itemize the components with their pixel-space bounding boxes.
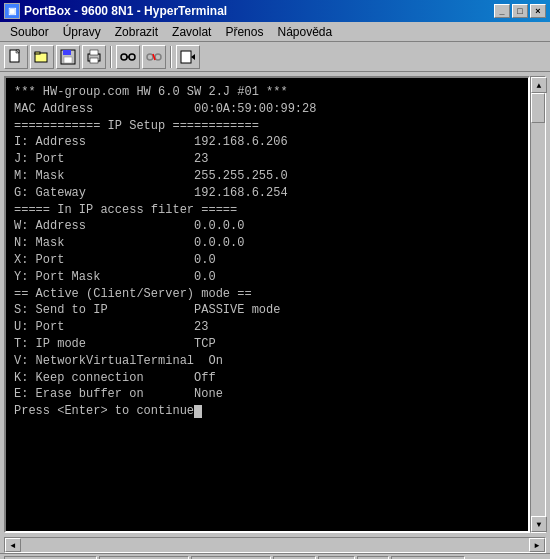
h-scrollbar-container: ◄ ► [0,537,550,553]
send-file-button[interactable] [176,45,200,69]
status-bar: 0:00:19 připojen Autodetekce 9600 8-N-1 … [0,553,550,559]
status-num: 123 [357,556,389,560]
svg-rect-9 [90,50,98,55]
terminal-line: J: Port 23 [14,151,520,168]
terminal-line: T: IP mode TCP [14,336,520,353]
terminal-line: S: Send to IP PASSIVE mode [14,302,520,319]
svg-point-14 [147,54,153,60]
svg-rect-10 [90,58,98,63]
scroll-down-button[interactable]: ▼ [531,516,547,532]
menu-soubor[interactable]: Soubor [4,23,55,41]
menu-zavolat[interactable]: Zavolat [166,23,217,41]
menu-napoveda[interactable]: Nápověda [271,23,338,41]
vertical-scrollbar[interactable]: ▲ ▼ [530,76,546,533]
menu-prenos[interactable]: Přenos [219,23,269,41]
terminal-container: *** HW-group.com HW 6.0 SW 2.J #01 ***MA… [0,72,550,537]
status-autodetect: Autodetekce [99,556,189,560]
menu-upravy[interactable]: Úpravy [57,23,107,41]
terminal-line: W: Address 0.0.0.0 [14,218,520,235]
svg-marker-18 [191,54,195,60]
scroll-thumb[interactable] [531,93,545,123]
scroll-up-button[interactable]: ▲ [531,77,547,93]
menu-zobrazit[interactable]: Zobrazit [109,23,164,41]
status-speed: 9600 8-N-1 [191,556,271,560]
print-button[interactable] [82,45,106,69]
svg-line-16 [153,54,155,60]
scroll-left-button[interactable]: ◄ [5,538,21,552]
terminal-line: N: Mask 0.0.0.0 [14,235,520,252]
save-button[interactable] [56,45,80,69]
terminal-line: == Active (Client/Server) mode == [14,286,520,303]
toolbar [0,42,550,72]
open-button[interactable] [30,45,54,69]
svg-rect-17 [181,51,191,63]
app-icon: ▣ [4,3,20,19]
status-abc: ABC [318,556,355,560]
minimize-button[interactable]: _ [494,4,510,18]
terminal-line: X: Port 0.0 [14,252,520,269]
svg-point-15 [155,54,161,60]
svg-rect-6 [63,50,71,55]
scroll-track[interactable] [531,93,545,516]
title-buttons: _ □ × [494,4,546,18]
terminal-cursor [194,405,202,418]
status-capture: Zachytávání [391,556,465,560]
terminal-line: Press <Enter> to continue [14,403,520,420]
connect-button[interactable] [116,45,140,69]
maximize-button[interactable]: □ [512,4,528,18]
horizontal-scrollbar[interactable]: ◄ ► [4,537,546,553]
terminal-window[interactable]: *** HW-group.com HW 6.0 SW 2.J #01 ***MA… [4,76,530,533]
terminal-line: ============ IP Setup ============ [14,118,520,135]
svg-rect-4 [35,52,40,54]
toolbar-sep-2 [170,46,172,68]
terminal-line: MAC Address 00:0A:59:00:99:28 [14,101,520,118]
disconnect-button[interactable] [142,45,166,69]
terminal-line: M: Mask 255.255.255.0 [14,168,520,185]
svg-point-12 [129,54,135,60]
status-scrl: SCRL [273,556,316,560]
toolbar-sep-1 [110,46,112,68]
svg-rect-7 [64,57,72,63]
terminal-line: V: NetworkVirtualTerminal On [14,353,520,370]
close-button[interactable]: × [530,4,546,18]
terminal-line: ===== In IP access filter ===== [14,202,520,219]
terminal-line: *** HW-group.com HW 6.0 SW 2.J #01 *** [14,84,520,101]
scroll-h-track[interactable] [21,538,529,552]
new-button[interactable] [4,45,28,69]
terminal-line: E: Erase buffer on None [14,386,520,403]
terminal-line: G: Gateway 192.168.6.254 [14,185,520,202]
scroll-right-button[interactable]: ► [529,538,545,552]
window-title: PortBox - 9600 8N1 - HyperTerminal [24,4,227,18]
terminal-line: Y: Port Mask 0.0 [14,269,520,286]
svg-point-11 [121,54,127,60]
title-bar-left: ▣ PortBox - 9600 8N1 - HyperTerminal [4,3,227,19]
status-connection: 0:00:19 připojen [4,556,97,560]
terminal-line: U: Port 23 [14,319,520,336]
terminal-line: K: Keep connection Off [14,370,520,387]
title-bar: ▣ PortBox - 9600 8N1 - HyperTerminal _ □… [0,0,550,22]
menu-bar: Soubor Úpravy Zobrazit Zavolat Přenos Ná… [0,22,550,42]
terminal-line: I: Address 192.168.6.206 [14,134,520,151]
